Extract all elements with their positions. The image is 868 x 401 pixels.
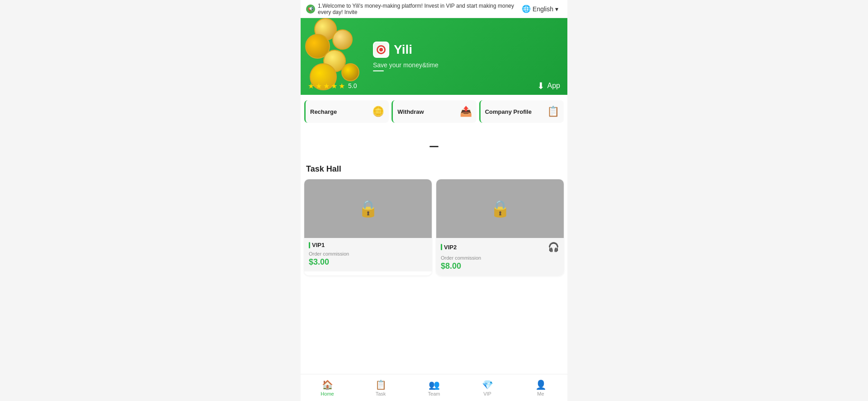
lock-wrapper-vip1: 🔒 <box>358 199 378 218</box>
task-hall-title: Task Hall <box>304 164 564 174</box>
withdraw-icon: 📤 <box>460 106 472 117</box>
carousel-dot <box>429 146 439 147</box>
withdraw-card[interactable]: Withdraw 📤 <box>392 100 476 123</box>
lock-icon-vip2: 🔒 <box>490 199 510 218</box>
lock-icon-vip1: 🔒 <box>358 199 378 218</box>
lock-wrapper-vip2: 🔒 <box>490 199 510 218</box>
company-profile-icon: 📋 <box>547 106 559 117</box>
recharge-card[interactable]: Recharge 🪙 <box>304 100 389 123</box>
nav-home[interactable]: 🏠 Home <box>301 374 354 401</box>
hero-tagline: Save your money&time <box>373 61 558 69</box>
task-card-body-vip2: VIP2 🎧 Order commission $8.00 <box>436 238 564 275</box>
coin-decoration <box>332 29 353 50</box>
vip2-label: VIP2 <box>441 244 457 251</box>
commission-label-vip2: Order commission <box>441 255 559 261</box>
vip2-badge-row: VIP2 🎧 <box>441 242 559 252</box>
star-4: ★ <box>331 82 337 90</box>
vip1-label: VIP1 <box>309 242 325 248</box>
star-5: ★ <box>339 82 345 90</box>
task-grid: 🔒 VIP1 Order commission $3.00 <box>304 179 564 275</box>
nav-team[interactable]: 👥 Team <box>407 374 461 401</box>
download-button[interactable]: ⬇ App <box>537 80 560 91</box>
rating-value: 5.0 <box>348 82 357 89</box>
task-hall: Task Hall 🔒 VIP1 Order commissi <box>301 164 567 312</box>
nav-task[interactable]: 📋 Task <box>354 374 407 401</box>
app-name: Yili <box>394 42 412 57</box>
globe-icon: 🌐 <box>522 5 531 13</box>
star-1: ★ <box>308 82 314 90</box>
support-icon[interactable]: 🎧 <box>548 242 559 252</box>
company-profile-card[interactable]: Company Profile 📋 <box>479 100 564 123</box>
announcement-bar: 📢 1.Welcome to Yili's money-making platf… <box>301 0 567 18</box>
vip1-badge-row: VIP1 <box>309 242 427 248</box>
hero-footer: ★ ★ ★ ★ ★ 5.0 ⬇ App <box>301 77 567 95</box>
task-card-vip2[interactable]: 🔒 VIP2 🎧 Order commission $8.00 <box>436 179 564 275</box>
vip1-bar <box>309 242 310 248</box>
stars-row: ★ ★ ★ ★ ★ 5.0 <box>308 82 357 90</box>
team-icon: 👥 <box>429 379 440 390</box>
language-selector[interactable]: 🌐 English ▾ <box>518 3 562 15</box>
nav-me-label: Me <box>537 391 544 396</box>
carousel-area <box>301 128 567 164</box>
nav-vip[interactable]: 💎 VIP <box>461 374 514 401</box>
nav-team-label: Team <box>428 391 440 396</box>
task-card-image-vip1: 🔒 <box>304 179 432 238</box>
task-icon: 📋 <box>375 379 387 390</box>
announcement-text: 📢 1.Welcome to Yili's money-making platf… <box>306 3 518 15</box>
recharge-icon: 🪙 <box>372 106 384 117</box>
task-card-vip1[interactable]: 🔒 VIP1 Order commission $3.00 <box>304 179 432 275</box>
commission-value-vip1: $3.00 <box>309 257 427 267</box>
app-container: 📢 1.Welcome to Yili's money-making platf… <box>301 0 567 401</box>
app-logo <box>373 42 389 58</box>
withdraw-label: Withdraw <box>397 108 424 115</box>
task-card-image-vip2: 🔒 <box>436 179 564 238</box>
nav-vip-label: VIP <box>483 391 491 396</box>
chevron-down-icon: ▾ <box>555 5 558 13</box>
download-label: App <box>547 82 560 90</box>
commission-value-vip2: $8.00 <box>441 261 559 271</box>
language-label: English <box>533 5 553 13</box>
commission-label-vip1: Order commission <box>309 251 427 256</box>
action-cards: Recharge 🪙 Withdraw 📤 Company Profile 📋 <box>301 95 567 128</box>
nav-me[interactable]: 👤 Me <box>514 374 567 401</box>
home-icon: 🏠 <box>322 379 333 390</box>
star-3: ★ <box>323 82 330 90</box>
announcement-icon: 📢 <box>306 5 315 14</box>
vip2-bar <box>441 244 442 250</box>
task-card-body-vip1: VIP1 Order commission $3.00 <box>304 238 432 271</box>
nav-home-label: Home <box>321 391 334 396</box>
hero-brand: Yili <box>373 42 558 58</box>
vip-icon: 💎 <box>482 379 493 390</box>
tagline-underline <box>373 70 384 71</box>
bottom-nav: 🏠 Home 📋 Task 👥 Team 💎 VIP 👤 Me <box>301 374 567 401</box>
company-profile-label: Company Profile <box>485 108 532 115</box>
hero-banner: Yili Save your money&time ★ ★ ★ ★ ★ 5.0 … <box>301 18 567 95</box>
star-2: ★ <box>316 82 322 90</box>
nav-task-label: Task <box>376 391 386 396</box>
me-icon: 👤 <box>535 379 547 390</box>
download-icon: ⬇ <box>537 80 545 91</box>
recharge-label: Recharge <box>310 108 337 115</box>
announcement-message: 1.Welcome to Yili's money-making platfor… <box>318 3 518 15</box>
